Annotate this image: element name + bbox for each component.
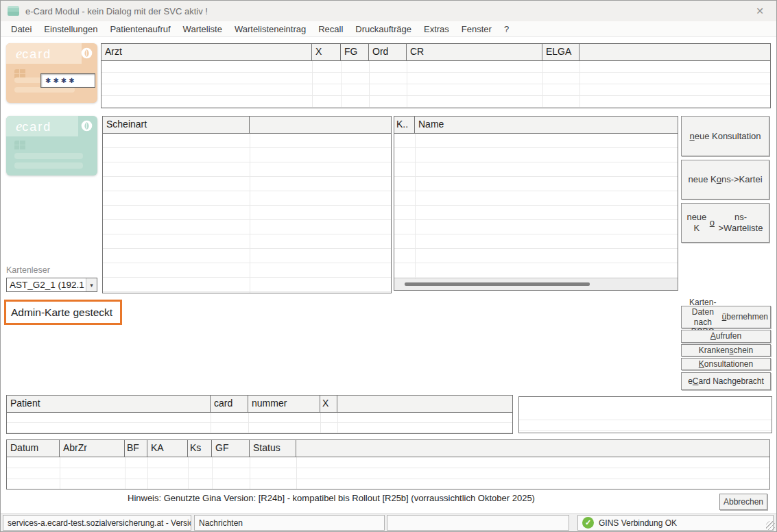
neue-kons-warteliste-button[interactable]: neue Kons->Warteliste (681, 203, 769, 243)
arzt-table-header: Arzt X FG Ord CR ELGA (101, 44, 770, 61)
col-header-ks[interactable]: Ks (188, 440, 212, 457)
status-gins-panel: ✓ GINS Verbindung OK (577, 515, 774, 531)
col-header-empty[interactable] (250, 117, 391, 133)
chevron-down-icon[interactable]: ▾ (86, 278, 97, 291)
menu-recall[interactable]: Recall (312, 23, 349, 36)
konsultation-table-body[interactable] (394, 134, 678, 278)
menu-druckauftraege[interactable]: Druckaufträge (349, 23, 418, 36)
column-divider (147, 457, 148, 489)
abbrechen-button[interactable]: Abbrechen (719, 494, 767, 510)
status-server: services-a.ecard-test.sozialversicherung… (3, 515, 191, 531)
close-icon[interactable]: ✕ (753, 1, 767, 21)
col-header-cr[interactable]: CR (407, 44, 542, 60)
col-header-x[interactable]: X (312, 44, 341, 60)
arzt-table: Arzt X FG Ord CR ELGA (101, 43, 771, 108)
col-header-x[interactable]: X (320, 396, 337, 412)
col-header-datum[interactable]: Datum (7, 440, 60, 457)
patient-table-body[interactable] (7, 413, 512, 433)
row-divider (519, 420, 772, 420)
check-icon: ✓ (582, 517, 594, 529)
menu-einstellungen[interactable]: Einstellungen (38, 23, 104, 36)
ecard-modul-window: e-Card Modul - kein Dialog mit der SVC a… (0, 0, 777, 532)
scrollbar-thumb[interactable] (405, 282, 590, 286)
col-header-ord[interactable]: Ord (369, 44, 407, 60)
konsultationen-button[interactable]: Konsultationen (681, 358, 771, 370)
card-line (14, 153, 83, 159)
neue-konsultation-button[interactable]: neue Konsultation (681, 116, 769, 156)
pin-field[interactable]: ✱✱✱✱ (40, 73, 95, 88)
col-header-patient[interactable]: Patient (7, 396, 211, 412)
admin-karte-status: Admin-Karte gesteckt (4, 300, 122, 325)
gina-version-hint: Hinweis: Genutzte Gina Version: [R24b] -… (128, 493, 535, 503)
status-empty-panel (387, 515, 569, 531)
menu-wartelisteneintrag[interactable]: Wartelisteneintrag (228, 23, 312, 36)
menu-fenster[interactable]: Fenster (455, 23, 498, 36)
column-divider (125, 457, 125, 489)
kartenleser-label: Kartenleser (6, 265, 50, 275)
col-header-card[interactable]: card (211, 396, 248, 412)
menu-patientenaufruf[interactable]: Patientenaufruf (104, 23, 176, 36)
col-header-fg[interactable]: FG (341, 44, 369, 60)
col-header-ka[interactable]: KA (147, 440, 188, 457)
horizontal-scrollbar[interactable] (394, 278, 678, 290)
kartenleser-dropdown[interactable]: AST_G2_1 (192.1 ▾ (6, 278, 97, 292)
ecard-nachgebracht-button[interactable]: eCard Nachgebracht (681, 372, 771, 390)
patient-table: Patient card nummer X (6, 395, 513, 434)
kartenleser-value: AST_G2_1 (192.1 (7, 280, 86, 290)
menu-warteliste[interactable]: Warteliste (177, 23, 228, 36)
abrechnung-table-body[interactable] (7, 457, 769, 489)
col-header-arzt[interactable]: Arzt (101, 44, 312, 60)
col-header-empty[interactable] (579, 44, 770, 60)
col-header-gf[interactable]: GF (212, 440, 250, 457)
col-header-abrzr[interactable]: AbrZr (60, 440, 125, 457)
menu-extras[interactable]: Extras (418, 23, 455, 36)
col-header-k[interactable]: K.. (394, 117, 415, 133)
info-list-panel[interactable] (518, 396, 772, 433)
arzt-table-body[interactable] (101, 61, 770, 108)
ecard-image-idle: ecard (6, 116, 97, 176)
column-divider (296, 457, 297, 489)
ecard-brand-text: ecard (16, 116, 51, 137)
column-divider (212, 457, 213, 489)
abrechnung-table-header: Datum AbrZr BF KA Ks GF Status (7, 440, 769, 457)
col-header-nummer[interactable]: nummer (248, 396, 320, 412)
column-divider (415, 134, 416, 278)
col-header-empty[interactable] (337, 396, 512, 412)
col-header-elga[interactable]: ELGA (542, 44, 579, 60)
aufrufen-button[interactable]: Aufrufen (681, 330, 771, 343)
card-line (14, 162, 83, 169)
sv-logo-icon (81, 47, 93, 59)
column-divider (248, 413, 249, 433)
card-chip (14, 141, 32, 154)
ecard-band: ecard (6, 116, 78, 136)
scheinart-table-body[interactable] (103, 134, 391, 293)
neue-kons-kartei-button[interactable]: neue Kons->Kartei (681, 160, 769, 200)
menu-bar: Datei Einstellungen Patientenaufruf Wart… (1, 21, 776, 37)
patient-table-header: Patient card nummer X (7, 396, 512, 413)
card-line (14, 87, 75, 93)
abrechnung-table: Datum AbrZr BF KA Ks GF Status (6, 439, 770, 489)
column-divider (407, 61, 407, 108)
title-bar: e-Card Modul - kein Dialog mit der SVC a… (1, 1, 776, 21)
col-header-name[interactable]: Name (415, 117, 678, 133)
ecard-band: ecard (6, 43, 82, 64)
karten-daten-pcpo-button[interactable]: Karten-Daten nach PCPO übernehmen (681, 306, 771, 328)
column-divider (542, 61, 543, 108)
sv-logo-icon (81, 120, 93, 132)
column-divider (579, 61, 580, 108)
scheinart-table-header: Scheinart (103, 117, 391, 134)
col-header-scheinart[interactable]: Scheinart (103, 117, 250, 133)
ecard-image-inserted: ecard ✱✱✱✱ (6, 43, 97, 103)
konsultation-table-header: K.. Name (394, 117, 678, 134)
ecard-brand-text: ecard (16, 43, 51, 64)
resize-grip[interactable] (766, 521, 775, 530)
menu-datei[interactable]: Datei (5, 23, 38, 36)
col-header-status[interactable]: Status (250, 440, 296, 457)
column-divider (369, 61, 370, 108)
col-header-bf[interactable]: BF (125, 440, 147, 457)
konsultation-table: K.. Name (394, 116, 678, 291)
menu-help[interactable]: ? (498, 23, 515, 36)
col-header-empty[interactable] (296, 440, 769, 457)
scheinart-table: Scheinart (102, 116, 392, 293)
krankenschein-button[interactable]: Krankenschein (681, 344, 771, 356)
